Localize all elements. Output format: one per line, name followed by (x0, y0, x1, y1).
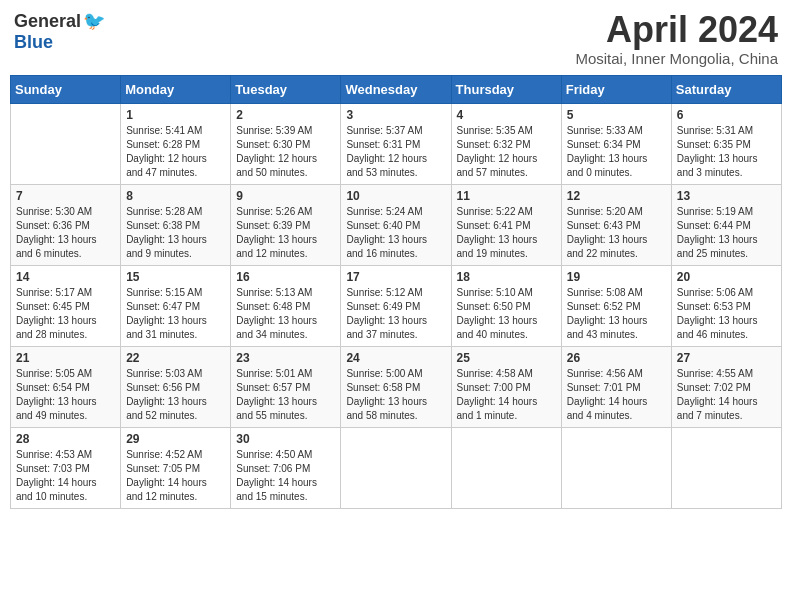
day-number: 30 (236, 432, 335, 446)
day-content: Sunrise: 5:05 AM Sunset: 6:54 PM Dayligh… (16, 367, 115, 423)
day-content: Sunrise: 4:56 AM Sunset: 7:01 PM Dayligh… (567, 367, 666, 423)
day-content: Sunrise: 5:35 AM Sunset: 6:32 PM Dayligh… (457, 124, 556, 180)
day-number: 7 (16, 189, 115, 203)
calendar-header-row: SundayMondayTuesdayWednesdayThursdayFrid… (11, 75, 782, 103)
location-text: Mositai, Inner Mongolia, China (575, 50, 778, 67)
calendar-cell: 23Sunrise: 5:01 AM Sunset: 6:57 PM Dayli… (231, 346, 341, 427)
calendar-cell: 21Sunrise: 5:05 AM Sunset: 6:54 PM Dayli… (11, 346, 121, 427)
day-number: 11 (457, 189, 556, 203)
calendar-week-3: 14Sunrise: 5:17 AM Sunset: 6:45 PM Dayli… (11, 265, 782, 346)
day-number: 9 (236, 189, 335, 203)
calendar-cell: 19Sunrise: 5:08 AM Sunset: 6:52 PM Dayli… (561, 265, 671, 346)
calendar-cell: 3Sunrise: 5:37 AM Sunset: 6:31 PM Daylig… (341, 103, 451, 184)
calendar-header-monday: Monday (121, 75, 231, 103)
day-number: 14 (16, 270, 115, 284)
calendar-cell: 25Sunrise: 4:58 AM Sunset: 7:00 PM Dayli… (451, 346, 561, 427)
day-number: 15 (126, 270, 225, 284)
day-number: 12 (567, 189, 666, 203)
day-number: 4 (457, 108, 556, 122)
calendar-cell: 12Sunrise: 5:20 AM Sunset: 6:43 PM Dayli… (561, 184, 671, 265)
day-content: Sunrise: 5:31 AM Sunset: 6:35 PM Dayligh… (677, 124, 776, 180)
day-number: 24 (346, 351, 445, 365)
day-content: Sunrise: 5:41 AM Sunset: 6:28 PM Dayligh… (126, 124, 225, 180)
day-number: 26 (567, 351, 666, 365)
day-content: Sunrise: 5:20 AM Sunset: 6:43 PM Dayligh… (567, 205, 666, 261)
day-number: 19 (567, 270, 666, 284)
calendar-header-sunday: Sunday (11, 75, 121, 103)
day-number: 22 (126, 351, 225, 365)
calendar-cell: 13Sunrise: 5:19 AM Sunset: 6:44 PM Dayli… (671, 184, 781, 265)
day-number: 27 (677, 351, 776, 365)
calendar-cell: 7Sunrise: 5:30 AM Sunset: 6:36 PM Daylig… (11, 184, 121, 265)
day-number: 10 (346, 189, 445, 203)
calendar-cell: 16Sunrise: 5:13 AM Sunset: 6:48 PM Dayli… (231, 265, 341, 346)
day-content: Sunrise: 4:58 AM Sunset: 7:00 PM Dayligh… (457, 367, 556, 423)
day-number: 28 (16, 432, 115, 446)
day-number: 16 (236, 270, 335, 284)
calendar-cell (451, 427, 561, 508)
day-number: 2 (236, 108, 335, 122)
page-header: General 🐦 Blue April 2024 Mositai, Inner… (10, 10, 782, 67)
calendar-cell: 20Sunrise: 5:06 AM Sunset: 6:53 PM Dayli… (671, 265, 781, 346)
day-number: 5 (567, 108, 666, 122)
calendar-cell: 2Sunrise: 5:39 AM Sunset: 6:30 PM Daylig… (231, 103, 341, 184)
calendar-table: SundayMondayTuesdayWednesdayThursdayFrid… (10, 75, 782, 509)
day-content: Sunrise: 5:26 AM Sunset: 6:39 PM Dayligh… (236, 205, 335, 261)
day-content: Sunrise: 5:12 AM Sunset: 6:49 PM Dayligh… (346, 286, 445, 342)
calendar-cell: 6Sunrise: 5:31 AM Sunset: 6:35 PM Daylig… (671, 103, 781, 184)
day-content: Sunrise: 5:13 AM Sunset: 6:48 PM Dayligh… (236, 286, 335, 342)
calendar-week-1: 1Sunrise: 5:41 AM Sunset: 6:28 PM Daylig… (11, 103, 782, 184)
day-number: 8 (126, 189, 225, 203)
calendar-cell: 8Sunrise: 5:28 AM Sunset: 6:38 PM Daylig… (121, 184, 231, 265)
logo-bird-icon: 🐦 (83, 10, 105, 32)
calendar-week-4: 21Sunrise: 5:05 AM Sunset: 6:54 PM Dayli… (11, 346, 782, 427)
day-number: 6 (677, 108, 776, 122)
logo-general-text: General (14, 11, 81, 32)
calendar-cell: 5Sunrise: 5:33 AM Sunset: 6:34 PM Daylig… (561, 103, 671, 184)
day-content: Sunrise: 4:50 AM Sunset: 7:06 PM Dayligh… (236, 448, 335, 504)
day-content: Sunrise: 5:33 AM Sunset: 6:34 PM Dayligh… (567, 124, 666, 180)
calendar-cell: 29Sunrise: 4:52 AM Sunset: 7:05 PM Dayli… (121, 427, 231, 508)
day-content: Sunrise: 4:53 AM Sunset: 7:03 PM Dayligh… (16, 448, 115, 504)
calendar-header-wednesday: Wednesday (341, 75, 451, 103)
calendar-header-saturday: Saturday (671, 75, 781, 103)
day-content: Sunrise: 5:15 AM Sunset: 6:47 PM Dayligh… (126, 286, 225, 342)
logo-blue-text: Blue (14, 32, 53, 53)
day-number: 17 (346, 270, 445, 284)
calendar-cell: 17Sunrise: 5:12 AM Sunset: 6:49 PM Dayli… (341, 265, 451, 346)
calendar-cell: 22Sunrise: 5:03 AM Sunset: 6:56 PM Dayli… (121, 346, 231, 427)
calendar-header-tuesday: Tuesday (231, 75, 341, 103)
day-number: 23 (236, 351, 335, 365)
calendar-header-thursday: Thursday (451, 75, 561, 103)
day-number: 29 (126, 432, 225, 446)
calendar-cell (341, 427, 451, 508)
calendar-cell: 27Sunrise: 4:55 AM Sunset: 7:02 PM Dayli… (671, 346, 781, 427)
day-content: Sunrise: 5:03 AM Sunset: 6:56 PM Dayligh… (126, 367, 225, 423)
calendar-week-5: 28Sunrise: 4:53 AM Sunset: 7:03 PM Dayli… (11, 427, 782, 508)
calendar-cell: 18Sunrise: 5:10 AM Sunset: 6:50 PM Dayli… (451, 265, 561, 346)
calendar-week-2: 7Sunrise: 5:30 AM Sunset: 6:36 PM Daylig… (11, 184, 782, 265)
day-content: Sunrise: 5:24 AM Sunset: 6:40 PM Dayligh… (346, 205, 445, 261)
day-content: Sunrise: 5:08 AM Sunset: 6:52 PM Dayligh… (567, 286, 666, 342)
day-number: 20 (677, 270, 776, 284)
calendar-cell: 4Sunrise: 5:35 AM Sunset: 6:32 PM Daylig… (451, 103, 561, 184)
title-section: April 2024 Mositai, Inner Mongolia, Chin… (575, 10, 778, 67)
calendar-cell: 15Sunrise: 5:15 AM Sunset: 6:47 PM Dayli… (121, 265, 231, 346)
day-content: Sunrise: 5:10 AM Sunset: 6:50 PM Dayligh… (457, 286, 556, 342)
calendar-cell: 14Sunrise: 5:17 AM Sunset: 6:45 PM Dayli… (11, 265, 121, 346)
day-content: Sunrise: 5:22 AM Sunset: 6:41 PM Dayligh… (457, 205, 556, 261)
day-content: Sunrise: 4:52 AM Sunset: 7:05 PM Dayligh… (126, 448, 225, 504)
day-content: Sunrise: 5:17 AM Sunset: 6:45 PM Dayligh… (16, 286, 115, 342)
day-content: Sunrise: 5:28 AM Sunset: 6:38 PM Dayligh… (126, 205, 225, 261)
calendar-cell: 26Sunrise: 4:56 AM Sunset: 7:01 PM Dayli… (561, 346, 671, 427)
calendar-cell: 28Sunrise: 4:53 AM Sunset: 7:03 PM Dayli… (11, 427, 121, 508)
day-content: Sunrise: 5:30 AM Sunset: 6:36 PM Dayligh… (16, 205, 115, 261)
calendar-cell: 10Sunrise: 5:24 AM Sunset: 6:40 PM Dayli… (341, 184, 451, 265)
day-number: 18 (457, 270, 556, 284)
calendar-cell (561, 427, 671, 508)
day-number: 13 (677, 189, 776, 203)
day-content: Sunrise: 4:55 AM Sunset: 7:02 PM Dayligh… (677, 367, 776, 423)
calendar-cell: 9Sunrise: 5:26 AM Sunset: 6:39 PM Daylig… (231, 184, 341, 265)
day-content: Sunrise: 5:19 AM Sunset: 6:44 PM Dayligh… (677, 205, 776, 261)
day-number: 3 (346, 108, 445, 122)
